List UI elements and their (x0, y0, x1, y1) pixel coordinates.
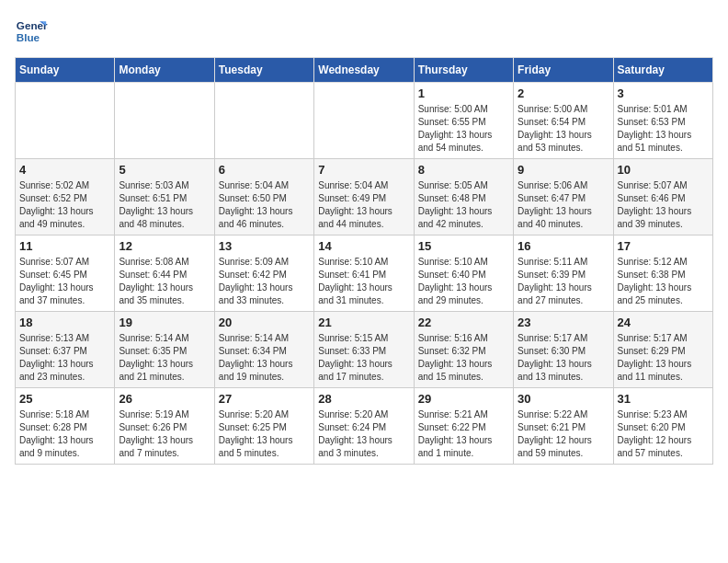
calendar-day-cell (214, 83, 313, 159)
day-info: Sunrise: 5:15 AM Sunset: 6:33 PM Dayligh… (318, 332, 409, 384)
day-info: Sunrise: 5:17 AM Sunset: 6:29 PM Dayligh… (618, 332, 709, 384)
calendar-day-cell (16, 83, 115, 159)
day-number: 17 (618, 239, 709, 253)
day-info: Sunrise: 5:19 AM Sunset: 6:26 PM Dayligh… (119, 408, 210, 460)
day-info: Sunrise: 5:08 AM Sunset: 6:44 PM Dayligh… (119, 256, 210, 307)
calendar-day-cell: 10Sunrise: 5:07 AM Sunset: 6:46 PM Dayli… (613, 159, 712, 236)
weekday-header: Monday (115, 58, 214, 83)
day-number: 14 (318, 239, 409, 253)
day-info: Sunrise: 5:07 AM Sunset: 6:45 PM Dayligh… (19, 256, 110, 307)
weekday-header: Sunday (16, 58, 115, 83)
calendar-day-cell: 7Sunrise: 5:04 AM Sunset: 6:49 PM Daylig… (314, 159, 414, 236)
logo: General Blue (15, 15, 51, 48)
day-info: Sunrise: 5:09 AM Sunset: 6:42 PM Dayligh… (219, 256, 310, 307)
day-info: Sunrise: 5:07 AM Sunset: 6:46 PM Dayligh… (618, 179, 709, 231)
day-info: Sunrise: 5:17 AM Sunset: 6:30 PM Dayligh… (518, 332, 609, 384)
weekday-header: Tuesday (214, 58, 313, 83)
day-number: 4 (19, 163, 110, 177)
calendar-day-cell (314, 83, 414, 159)
day-info: Sunrise: 5:23 AM Sunset: 6:20 PM Dayligh… (618, 408, 709, 460)
day-info: Sunrise: 5:00 AM Sunset: 6:54 PM Dayligh… (518, 103, 609, 155)
calendar-day-cell: 13Sunrise: 5:09 AM Sunset: 6:42 PM Dayli… (214, 236, 313, 312)
calendar-day-cell: 9Sunrise: 5:06 AM Sunset: 6:47 PM Daylig… (514, 159, 613, 236)
day-info: Sunrise: 5:20 AM Sunset: 6:24 PM Dayligh… (318, 408, 409, 460)
day-info: Sunrise: 5:21 AM Sunset: 6:22 PM Dayligh… (418, 408, 509, 460)
day-info: Sunrise: 5:14 AM Sunset: 6:35 PM Dayligh… (119, 332, 210, 384)
calendar-day-cell: 6Sunrise: 5:04 AM Sunset: 6:50 PM Daylig… (214, 159, 313, 236)
day-number: 23 (518, 316, 609, 329)
calendar-day-cell: 16Sunrise: 5:11 AM Sunset: 6:39 PM Dayli… (514, 236, 613, 312)
calendar-day-cell: 19Sunrise: 5:14 AM Sunset: 6:35 PM Dayli… (115, 312, 214, 388)
calendar-day-cell: 18Sunrise: 5:13 AM Sunset: 6:37 PM Dayli… (16, 312, 115, 388)
calendar-day-cell (115, 83, 214, 159)
weekday-header: Saturday (613, 58, 712, 83)
day-info: Sunrise: 5:10 AM Sunset: 6:41 PM Dayligh… (318, 256, 409, 307)
calendar-day-cell: 21Sunrise: 5:15 AM Sunset: 6:33 PM Dayli… (314, 312, 414, 388)
page-header: General Blue (15, 15, 713, 48)
calendar-week-row: 1Sunrise: 5:00 AM Sunset: 6:55 PM Daylig… (16, 83, 713, 159)
day-info: Sunrise: 5:12 AM Sunset: 6:38 PM Dayligh… (618, 256, 709, 307)
day-number: 13 (219, 239, 310, 253)
day-info: Sunrise: 5:01 AM Sunset: 6:53 PM Dayligh… (618, 103, 709, 155)
day-number: 21 (318, 316, 409, 329)
weekday-header: Friday (514, 58, 613, 83)
calendar-day-cell: 22Sunrise: 5:16 AM Sunset: 6:32 PM Dayli… (414, 312, 513, 388)
day-number: 18 (19, 316, 110, 329)
calendar-day-cell: 27Sunrise: 5:20 AM Sunset: 6:25 PM Dayli… (214, 388, 313, 465)
day-number: 25 (19, 392, 110, 406)
calendar-day-cell: 17Sunrise: 5:12 AM Sunset: 6:38 PM Dayli… (613, 236, 712, 312)
day-number: 16 (518, 239, 609, 253)
day-number: 1 (418, 86, 509, 100)
weekday-header: Thursday (414, 58, 513, 83)
day-number: 29 (418, 392, 509, 406)
day-number: 24 (618, 316, 709, 329)
calendar-day-cell: 23Sunrise: 5:17 AM Sunset: 6:30 PM Dayli… (514, 312, 613, 388)
day-number: 5 (119, 163, 210, 177)
day-number: 20 (219, 316, 310, 329)
svg-text:Blue: Blue (17, 31, 40, 43)
day-number: 27 (219, 392, 310, 406)
calendar-day-cell: 25Sunrise: 5:18 AM Sunset: 6:28 PM Dayli… (16, 388, 115, 465)
day-info: Sunrise: 5:04 AM Sunset: 6:50 PM Dayligh… (219, 179, 310, 231)
calendar-week-row: 4Sunrise: 5:02 AM Sunset: 6:52 PM Daylig… (16, 159, 713, 236)
calendar-day-cell: 3Sunrise: 5:01 AM Sunset: 6:53 PM Daylig… (613, 83, 712, 159)
day-number: 26 (119, 392, 210, 406)
day-number: 7 (318, 163, 409, 177)
day-number: 9 (518, 163, 609, 177)
calendar-day-cell: 29Sunrise: 5:21 AM Sunset: 6:22 PM Dayli… (414, 388, 513, 465)
svg-text:General: General (17, 19, 48, 31)
calendar-day-cell: 20Sunrise: 5:14 AM Sunset: 6:34 PM Dayli… (214, 312, 313, 388)
day-info: Sunrise: 5:10 AM Sunset: 6:40 PM Dayligh… (418, 256, 509, 307)
calendar-day-cell: 14Sunrise: 5:10 AM Sunset: 6:41 PM Dayli… (314, 236, 414, 312)
day-number: 28 (318, 392, 409, 406)
day-info: Sunrise: 5:06 AM Sunset: 6:47 PM Dayligh… (518, 179, 609, 231)
day-info: Sunrise: 5:18 AM Sunset: 6:28 PM Dayligh… (19, 408, 110, 460)
calendar-day-cell: 28Sunrise: 5:20 AM Sunset: 6:24 PM Dayli… (314, 388, 414, 465)
day-number: 31 (618, 392, 709, 406)
day-info: Sunrise: 5:04 AM Sunset: 6:49 PM Dayligh… (318, 179, 409, 231)
day-number: 12 (119, 239, 210, 253)
calendar-day-cell: 5Sunrise: 5:03 AM Sunset: 6:51 PM Daylig… (115, 159, 214, 236)
calendar-day-cell: 1Sunrise: 5:00 AM Sunset: 6:55 PM Daylig… (414, 83, 513, 159)
day-info: Sunrise: 5:03 AM Sunset: 6:51 PM Dayligh… (119, 179, 210, 231)
day-number: 11 (19, 239, 110, 253)
calendar-day-cell: 11Sunrise: 5:07 AM Sunset: 6:45 PM Dayli… (16, 236, 115, 312)
calendar-day-cell: 30Sunrise: 5:22 AM Sunset: 6:21 PM Dayli… (514, 388, 613, 465)
day-number: 30 (518, 392, 609, 406)
day-number: 6 (219, 163, 310, 177)
day-info: Sunrise: 5:22 AM Sunset: 6:21 PM Dayligh… (518, 408, 609, 460)
weekday-header: Wednesday (314, 58, 414, 83)
calendar-day-cell: 8Sunrise: 5:05 AM Sunset: 6:48 PM Daylig… (414, 159, 513, 236)
weekday-row: SundayMondayTuesdayWednesdayThursdayFrid… (16, 58, 713, 83)
calendar-day-cell: 2Sunrise: 5:00 AM Sunset: 6:54 PM Daylig… (514, 83, 613, 159)
calendar-day-cell: 24Sunrise: 5:17 AM Sunset: 6:29 PM Dayli… (613, 312, 712, 388)
calendar-body: 1Sunrise: 5:00 AM Sunset: 6:55 PM Daylig… (16, 83, 713, 465)
day-number: 3 (618, 86, 709, 100)
calendar-day-cell: 4Sunrise: 5:02 AM Sunset: 6:52 PM Daylig… (16, 159, 115, 236)
day-number: 8 (418, 163, 509, 177)
calendar-week-row: 18Sunrise: 5:13 AM Sunset: 6:37 PM Dayli… (16, 312, 713, 388)
day-info: Sunrise: 5:13 AM Sunset: 6:37 PM Dayligh… (19, 332, 110, 384)
day-info: Sunrise: 5:00 AM Sunset: 6:55 PM Dayligh… (418, 103, 509, 155)
day-info: Sunrise: 5:05 AM Sunset: 6:48 PM Dayligh… (418, 179, 509, 231)
calendar-day-cell: 31Sunrise: 5:23 AM Sunset: 6:20 PM Dayli… (613, 388, 712, 465)
